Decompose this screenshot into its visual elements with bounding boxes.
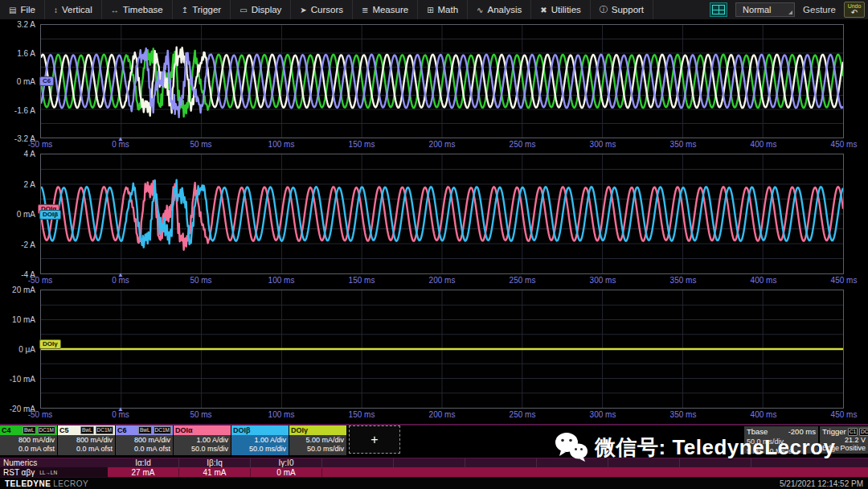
y-tick-label: 0 mA — [17, 210, 35, 219]
corner-resize-icon — [788, 10, 792, 14]
menu-item-label: Support — [612, 5, 644, 14]
offset-or-timebase: 50.0 ms/div — [174, 445, 228, 454]
grid-gamma-current[interactable]: 20 mA10 mA0 μA-10 mA-20 mA DOIγ -50 ms0 … — [0, 290, 868, 422]
trace-label-chip-DOIγ[interactable]: DOIγ — [39, 339, 61, 349]
menu-item-measure[interactable]: ≣Measure — [353, 0, 418, 19]
y-axis-labels: 4 A2 A0 mA-2 A-4 A — [0, 154, 40, 274]
channel-id-label: C5 — [59, 426, 69, 434]
display-mode-dropdown[interactable]: Normal — [735, 2, 795, 17]
menu-item-file[interactable]: ▤File — [0, 0, 45, 19]
x-tick-label: 450 ms — [831, 276, 858, 285]
menu-item-label: Measure — [372, 5, 408, 14]
descriptor-header: DOIβ — [231, 425, 289, 435]
menu-item-support[interactable]: ⓘSupport — [591, 0, 653, 19]
menu-bar: ▤File↕Vertical↔Timebase↥Trigger▭Display➤… — [0, 0, 868, 20]
channel-descriptor-C4[interactable]: C4BwLDC1M800 mA/div0.0 mA ofst — [0, 425, 57, 455]
menu-items: ▤File↕Vertical↔Timebase↥Trigger▭Display➤… — [0, 0, 653, 19]
scale-per-div: 1.00 A/div — [174, 436, 228, 445]
plot-area-2[interactable]: DOIαDOIβ — [40, 154, 844, 274]
numerics-column-header: Iγ:I0 — [251, 458, 322, 467]
bandwidth-badge: BwL — [80, 426, 94, 434]
x-tick-label: 400 ms — [751, 140, 777, 149]
math-icon: ⊞ — [427, 6, 433, 14]
x-tick-label: 450 ms — [831, 410, 858, 419]
channel-descriptor-DOIα[interactable]: DOIα1.00 A/div50.0 ms/div — [174, 425, 231, 455]
descriptor-values: 1.00 A/div50.0 ms/div — [231, 435, 289, 455]
waveform-svg — [41, 25, 843, 138]
undo-button[interactable]: Undo ↶ — [844, 2, 865, 18]
waveform-area: 3.2 A1.6 A0 mA-1.6 A-3.2 A C6 -50 ms0 ms… — [0, 20, 868, 422]
timebase-summary-box[interactable]: Tbase -200 ms 50.0 ms/div 5 MS 10 MS/s — [744, 426, 818, 454]
x-tick-label: 200 ms — [429, 410, 456, 419]
oscilloscope-screen: ▤File↕Vertical↔Timebase↥Trigger▭Display➤… — [0, 0, 868, 489]
x-tick-label: 350 ms — [670, 140, 697, 149]
trigger-time-marker: ▲ — [117, 406, 124, 413]
x-tick-label: -50 ms — [28, 140, 53, 149]
y-tick-label: 0 mA — [17, 77, 35, 86]
descriptor-header: C6BwLDC1M — [116, 425, 173, 435]
trigger-summary-box[interactable]: Trigger C1 DC Edge 21.2 V Positive — [820, 426, 868, 454]
menu-item-display[interactable]: ▭Display — [231, 0, 291, 19]
trace-label-chip-DOIβ[interactable]: DOIβ — [39, 210, 61, 220]
numerics-column-value: 41 mA — [179, 468, 251, 477]
x-tick-label: 150 ms — [349, 140, 375, 149]
descriptor-values: 800 mA/div0.0 mA ofst — [58, 435, 115, 455]
numerics-values: 27 mA41 mA0 mA — [108, 467, 868, 477]
plot-area-1[interactable]: C6 — [40, 24, 844, 138]
channel-id-label: DOIβ — [233, 426, 251, 434]
menu-item-analysis[interactable]: ∿Analysis — [468, 0, 531, 19]
y-tick-label: 2 A — [24, 179, 35, 188]
add-trace-button[interactable]: + — [349, 425, 400, 454]
menu-item-label: File — [20, 5, 35, 14]
grid-phase-currents[interactable]: 3.2 A1.6 A0 mA-1.6 A-3.2 A C6 -50 ms0 ms… — [0, 24, 868, 152]
channel-descriptor-list: C4BwLDC1M800 mA/div0.0 mA ofstC5BwLDC1M8… — [0, 425, 347, 455]
grid-layout-button[interactable] — [710, 2, 727, 17]
scale-per-div: 5.00 mA/div — [289, 436, 344, 445]
timebase-icon: ↔ — [111, 6, 119, 14]
menu-item-label: Utilities — [551, 5, 581, 14]
menu-item-vertical[interactable]: ↕Vertical — [45, 0, 102, 19]
channel-descriptor-C5[interactable]: C5BwLDC1M800 mA/div0.0 mA ofst — [58, 425, 115, 455]
x-tick-label: 450 ms — [831, 140, 858, 149]
x-tick-label: 250 ms — [510, 140, 536, 149]
trigger-time-marker: ▲ — [117, 136, 124, 142]
channel-id-label: C4 — [2, 426, 11, 434]
y-tick-label: 1.6 A — [17, 48, 35, 57]
numerics-row-label[interactable]: RST αβγ LL→LN — [0, 467, 108, 477]
channel-descriptor-DOIγ[interactable]: DOIγ5.00 mA/div50.0 ms/div — [289, 425, 346, 455]
menu-item-timebase[interactable]: ↔Timebase — [102, 0, 173, 19]
numerics-column-value: 27 mA — [108, 468, 179, 477]
x-tick-label: 50 ms — [190, 276, 211, 285]
grid-alpha-beta-currents[interactable]: 4 A2 A0 mA-2 A-4 A DOIαDOIβ -50 ms0 ms50… — [0, 154, 868, 288]
descriptor-values: 5.00 mA/div50.0 ms/div — [289, 435, 346, 455]
numerics-filler — [751, 458, 868, 467]
plot-area-3[interactable]: DOIγ — [40, 290, 844, 409]
coupling-badge: DC1M — [154, 426, 171, 434]
display-mode-label: Normal — [743, 5, 771, 14]
x-tick-label: 350 ms — [670, 276, 697, 285]
descriptor-header: C4BwLDC1M — [0, 425, 57, 435]
offset-or-timebase: 0.0 mA ofst — [0, 445, 55, 454]
menu-item-cursors[interactable]: ➤Cursors — [291, 0, 353, 19]
menu-item-label: Analysis — [488, 5, 522, 14]
tbase-label: Tbase — [747, 427, 768, 436]
y-tick-label: -10 mA — [10, 375, 35, 384]
x-tick-label: 250 ms — [510, 410, 536, 419]
menu-item-trigger[interactable]: ↥Trigger — [173, 0, 231, 19]
grid-icon — [712, 5, 725, 14]
channel-descriptor-C6[interactable]: C6BwLDC1M800 mA/div0.0 mA ofst — [116, 425, 173, 455]
x-tick-label: 100 ms — [268, 410, 295, 419]
x-tick-label: 300 ms — [590, 140, 616, 149]
channel-descriptor-DOIβ[interactable]: DOIβ1.00 A/div50.0 ms/div — [231, 425, 289, 455]
y-tick-label: 4 A — [24, 150, 35, 158]
undo-arrow-icon: ↶ — [851, 9, 858, 16]
menu-item-utilities[interactable]: ✖Utilities — [531, 0, 590, 19]
trace-label-chip-C6[interactable]: C6 — [39, 76, 54, 86]
menu-item-math[interactable]: ⊞Math — [418, 0, 468, 19]
descriptor-values: 800 mA/div0.0 mA ofst — [0, 435, 57, 455]
descriptor-header: DOIγ — [289, 425, 346, 435]
trigger-source-badge: C1 — [848, 428, 858, 436]
x-tick-label: 300 ms — [590, 410, 616, 419]
waveform-svg — [41, 154, 843, 273]
numerics-empty-cell — [537, 458, 608, 467]
